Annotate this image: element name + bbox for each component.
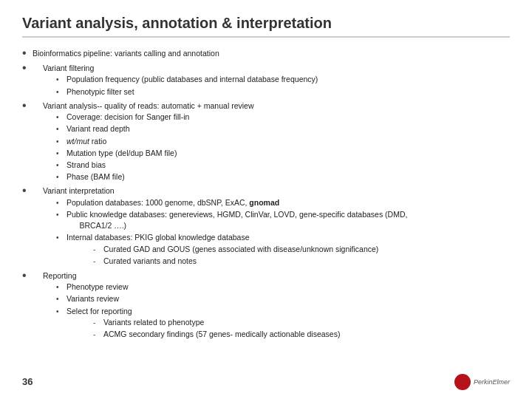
bullet-icon: • bbox=[56, 197, 66, 208]
bullet-icon: • bbox=[22, 62, 33, 74]
item-label: Curated GAD and GOUS (genes associated w… bbox=[103, 244, 378, 255]
bullet-icon: • bbox=[56, 86, 66, 98]
list-item: - Curated GAD and GOUS (genes associated… bbox=[93, 244, 378, 255]
list-item: • Strand bias bbox=[56, 160, 253, 171]
list-item: • Select for reporting - Variants relate… bbox=[56, 306, 340, 341]
item-label: Variant read depth bbox=[66, 123, 130, 134]
item-label: Bioinformatics pipeline: variants callin… bbox=[33, 48, 219, 59]
bullet-icon: • bbox=[56, 74, 66, 85]
list-item: • Variant filtering • Population frequen… bbox=[22, 63, 510, 98]
item-label: ACMG secondary findings (57 genes- medic… bbox=[103, 329, 340, 340]
item-label: Variants review bbox=[66, 293, 119, 304]
logo: PerkinElmer bbox=[454, 374, 510, 390]
list-item: - ACMG secondary findings (57 genes- med… bbox=[93, 329, 340, 340]
item-label: Population frequency (public databases a… bbox=[66, 74, 318, 85]
list-item: • Phenotypic filter set bbox=[56, 86, 318, 98]
item-label: wt/mut ratio bbox=[66, 136, 106, 147]
logo-text: PerkinElmer bbox=[474, 378, 510, 386]
list-item: • Internal databases: PKIG global knowle… bbox=[56, 232, 407, 267]
item-label: Phase (BAM file) bbox=[66, 171, 125, 183]
dash-icon: - bbox=[93, 329, 103, 340]
dash-icon: - bbox=[93, 317, 103, 328]
slide-page: Variant analysis, annotation & interpret… bbox=[0, 0, 532, 399]
bullet-icon: • bbox=[56, 171, 66, 183]
item-label: Variant interpretation bbox=[43, 186, 115, 195]
list-item: • Variants review bbox=[56, 293, 340, 304]
item-label: Phenotypic filter set bbox=[66, 86, 134, 98]
list-item: • Variant interpretation • Population da… bbox=[22, 185, 510, 268]
list-item: - Curated variants and notes bbox=[93, 256, 378, 267]
list-item: • Coverage: decision for Sanger fill-in bbox=[56, 112, 253, 123]
bullet-icon: • bbox=[56, 306, 66, 317]
bullet-icon: • bbox=[56, 232, 66, 243]
item-label: Variant analysis-- quality of reads: aut… bbox=[43, 101, 253, 110]
logo-circle-icon bbox=[454, 374, 471, 390]
item-label: Variant filtering bbox=[43, 64, 94, 72]
bullet-icon: • bbox=[56, 282, 66, 293]
page-number: 36 bbox=[22, 376, 33, 387]
bullet-icon: • bbox=[56, 148, 66, 159]
bullet-icon: • bbox=[56, 112, 66, 123]
slide-content: • Bioinformatics pipeline: variants call… bbox=[22, 48, 510, 341]
list-item: • Public knowledge databases: genereview… bbox=[56, 209, 407, 231]
item-label: Select for reporting bbox=[66, 307, 132, 316]
list-item: • Phenotype review bbox=[56, 282, 340, 293]
list-item: • Population frequency (public databases… bbox=[56, 74, 318, 85]
list-item: • Phase (BAM file) bbox=[56, 171, 253, 183]
list-item: • Variant analysis-- quality of reads: a… bbox=[22, 100, 510, 184]
item-label: Coverage: decision for Sanger fill-in bbox=[66, 112, 189, 123]
slide-title: Variant analysis, annotation & interpret… bbox=[22, 15, 510, 38]
item-label: Phenotype review bbox=[66, 282, 128, 293]
list-item: • Population databases: 1000 genome, dbS… bbox=[56, 197, 407, 208]
list-item: • Reporting • Phenotype review • Variant… bbox=[22, 270, 510, 341]
list-item: • wt/mut ratio bbox=[56, 136, 253, 147]
item-label: Internal databases: PKIG global knowledg… bbox=[66, 233, 250, 242]
bullet-icon: • bbox=[22, 270, 33, 282]
list-item: • Mutation type (del/dup BAM file) bbox=[56, 148, 253, 159]
bullet-icon: • bbox=[22, 100, 33, 112]
bullet-icon: • bbox=[22, 185, 33, 197]
bullet-icon: • bbox=[56, 209, 66, 220]
dash-icon: - bbox=[93, 244, 103, 255]
bullet-icon: • bbox=[56, 123, 66, 134]
item-label: Curated variants and notes bbox=[103, 256, 197, 267]
item-label: Strand bias bbox=[66, 160, 106, 171]
item-label: Mutation type (del/dup BAM file) bbox=[66, 148, 177, 159]
bullet-icon: • bbox=[56, 160, 66, 171]
bullet-icon: • bbox=[56, 136, 66, 147]
item-label: Variants related to phenotype bbox=[103, 317, 204, 328]
bullet-icon: • bbox=[56, 293, 66, 304]
dash-icon: - bbox=[93, 256, 103, 267]
item-label: Public knowledge databases: genereviews,… bbox=[66, 209, 407, 231]
item-label: Reporting bbox=[43, 271, 77, 280]
list-item: • Bioinformatics pipeline: variants call… bbox=[22, 48, 510, 59]
bullet-icon: • bbox=[22, 47, 33, 59]
list-item: - Variants related to phenotype bbox=[93, 317, 340, 328]
list-item: • Variant read depth bbox=[56, 123, 253, 134]
item-label: Population databases: 1000 genome, dbSNP… bbox=[66, 197, 279, 208]
